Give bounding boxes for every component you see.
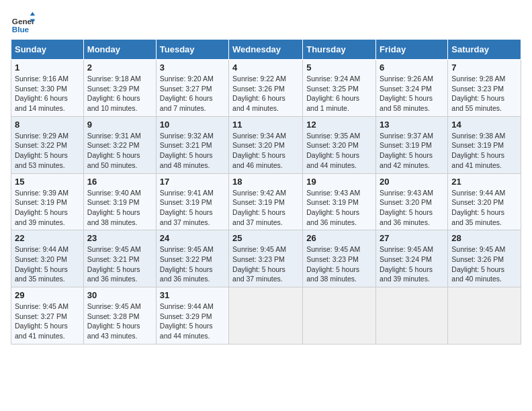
cell-info: Sunrise: 9:45 AMSunset: 3:28 PMDaylight:… (87, 302, 141, 340)
cell-info: Sunrise: 9:40 AMSunset: 3:19 PMDaylight:… (87, 189, 141, 226)
day-number: 22 (15, 233, 80, 243)
cell-info: Sunrise: 9:43 AMSunset: 3:19 PMDaylight:… (306, 189, 360, 226)
cell-info: Sunrise: 9:44 AMSunset: 3:20 PMDaylight:… (451, 189, 505, 226)
calendar-cell: 8 Sunrise: 9:29 AMSunset: 3:22 PMDayligh… (11, 116, 84, 173)
cell-info: Sunrise: 9:35 AMSunset: 3:20 PMDaylight:… (306, 132, 360, 169)
calendar-cell: 25 Sunrise: 9:45 AMSunset: 3:23 PMDaylig… (229, 230, 303, 287)
day-header-wednesday: Wednesday (229, 40, 303, 60)
calendar-cell: 18 Sunrise: 9:42 AMSunset: 3:19 PMDaylig… (229, 173, 303, 230)
day-number: 12 (306, 120, 372, 130)
calendar-cell: 1 Sunrise: 9:16 AMSunset: 3:30 PMDayligh… (11, 60, 84, 117)
cell-info: Sunrise: 9:31 AMSunset: 3:22 PMDaylight:… (87, 132, 141, 169)
cell-info: Sunrise: 9:45 AMSunset: 3:27 PMDaylight:… (15, 302, 69, 340)
calendar-cell (376, 287, 448, 345)
day-number: 29 (15, 290, 80, 300)
cell-info: Sunrise: 9:45 AMSunset: 3:23 PMDaylight:… (306, 245, 360, 283)
calendar-cell: 7 Sunrise: 9:28 AMSunset: 3:23 PMDayligh… (448, 60, 521, 117)
svg-marker-2 (30, 12, 35, 15)
calendar-cell: 15 Sunrise: 9:39 AMSunset: 3:19 PMDaylig… (11, 173, 84, 230)
cell-info: Sunrise: 9:43 AMSunset: 3:20 PMDaylight:… (380, 189, 433, 226)
day-number: 7 (451, 62, 517, 73)
cell-info: Sunrise: 9:45 AMSunset: 3:21 PMDaylight:… (87, 245, 141, 283)
cell-info: Sunrise: 9:45 AMSunset: 3:26 PMDaylight:… (451, 245, 505, 283)
day-number: 24 (160, 233, 225, 243)
cell-info: Sunrise: 9:18 AMSunset: 3:29 PMDaylight:… (87, 75, 141, 112)
cell-info: Sunrise: 9:28 AMSunset: 3:23 PMDaylight:… (451, 75, 505, 112)
cell-info: Sunrise: 9:41 AMSunset: 3:19 PMDaylight:… (160, 189, 214, 226)
calendar-cell: 24 Sunrise: 9:45 AMSunset: 3:22 PMDaylig… (156, 230, 228, 287)
calendar-cell: 21 Sunrise: 9:44 AMSunset: 3:20 PMDaylig… (448, 173, 521, 230)
calendar-cell (229, 287, 303, 345)
calendar-cell: 22 Sunrise: 9:44 AMSunset: 3:20 PMDaylig… (11, 230, 84, 287)
calendar-cell: 11 Sunrise: 9:34 AMSunset: 3:20 PMDaylig… (229, 116, 303, 173)
calendar-header-row: SundayMondayTuesdayWednesdayThursdayFrid… (11, 40, 521, 60)
day-number: 21 (451, 177, 517, 187)
cell-info: Sunrise: 9:45 AMSunset: 3:24 PMDaylight:… (380, 245, 433, 283)
day-number: 16 (87, 177, 152, 187)
day-header-sunday: Sunday (11, 40, 84, 60)
calendar-cell: 29 Sunrise: 9:45 AMSunset: 3:27 PMDaylig… (11, 287, 84, 345)
calendar-cell: 23 Sunrise: 9:45 AMSunset: 3:21 PMDaylig… (83, 230, 156, 287)
day-number: 20 (380, 177, 444, 187)
calendar-cell: 16 Sunrise: 9:40 AMSunset: 3:19 PMDaylig… (83, 173, 156, 230)
calendar-table: SundayMondayTuesdayWednesdayThursdayFrid… (11, 39, 521, 345)
day-number: 11 (232, 120, 299, 130)
page-header: General Blue (11, 11, 521, 35)
calendar-cell: 3 Sunrise: 9:20 AMSunset: 3:27 PMDayligh… (156, 60, 228, 117)
day-number: 30 (87, 290, 152, 300)
cell-info: Sunrise: 9:45 AMSunset: 3:23 PMDaylight:… (232, 245, 286, 283)
calendar-cell: 5 Sunrise: 9:24 AMSunset: 3:25 PMDayligh… (303, 60, 376, 117)
calendar-week-1: 1 Sunrise: 9:16 AMSunset: 3:30 PMDayligh… (11, 60, 521, 117)
cell-info: Sunrise: 9:45 AMSunset: 3:22 PMDaylight:… (160, 245, 214, 283)
day-number: 14 (451, 120, 517, 130)
day-header-tuesday: Tuesday (156, 40, 228, 60)
cell-info: Sunrise: 9:38 AMSunset: 3:19 PMDaylight:… (451, 132, 505, 169)
calendar-cell: 9 Sunrise: 9:31 AMSunset: 3:22 PMDayligh… (83, 116, 156, 173)
cell-info: Sunrise: 9:16 AMSunset: 3:30 PMDaylight:… (15, 75, 69, 112)
calendar-week-3: 15 Sunrise: 9:39 AMSunset: 3:19 PMDaylig… (11, 173, 521, 230)
calendar-cell: 27 Sunrise: 9:45 AMSunset: 3:24 PMDaylig… (376, 230, 448, 287)
cell-info: Sunrise: 9:22 AMSunset: 3:26 PMDaylight:… (232, 75, 286, 112)
day-number: 5 (306, 62, 372, 73)
day-number: 15 (15, 177, 80, 187)
day-number: 13 (380, 120, 444, 130)
logo: General Blue (11, 11, 38, 35)
svg-text:Blue: Blue (12, 25, 30, 34)
day-number: 26 (306, 233, 372, 243)
day-number: 9 (87, 120, 152, 130)
day-header-friday: Friday (376, 40, 448, 60)
calendar-cell: 6 Sunrise: 9:26 AMSunset: 3:24 PMDayligh… (376, 60, 448, 117)
cell-info: Sunrise: 9:29 AMSunset: 3:22 PMDaylight:… (15, 132, 69, 169)
day-header-monday: Monday (83, 40, 156, 60)
cell-info: Sunrise: 9:37 AMSunset: 3:19 PMDaylight:… (380, 132, 433, 169)
calendar-cell (448, 287, 521, 345)
day-number: 25 (232, 233, 299, 243)
calendar-cell: 20 Sunrise: 9:43 AMSunset: 3:20 PMDaylig… (376, 173, 448, 230)
calendar-cell: 31 Sunrise: 9:44 AMSunset: 3:29 PMDaylig… (156, 287, 228, 345)
calendar-cell: 12 Sunrise: 9:35 AMSunset: 3:20 PMDaylig… (303, 116, 376, 173)
day-number: 6 (380, 62, 444, 73)
cell-info: Sunrise: 9:42 AMSunset: 3:19 PMDaylight:… (232, 189, 286, 226)
cell-info: Sunrise: 9:26 AMSunset: 3:24 PMDaylight:… (380, 75, 433, 112)
day-number: 19 (306, 177, 372, 187)
day-number: 31 (160, 290, 225, 300)
calendar-cell: 26 Sunrise: 9:45 AMSunset: 3:23 PMDaylig… (303, 230, 376, 287)
day-number: 8 (15, 120, 80, 130)
day-number: 28 (451, 233, 517, 243)
day-number: 2 (87, 62, 152, 73)
calendar-cell (303, 287, 376, 345)
day-number: 10 (160, 120, 225, 130)
day-number: 1 (15, 62, 80, 73)
day-header-thursday: Thursday (303, 40, 376, 60)
calendar-cell: 13 Sunrise: 9:37 AMSunset: 3:19 PMDaylig… (376, 116, 448, 173)
day-number: 23 (87, 233, 152, 243)
calendar-cell: 28 Sunrise: 9:45 AMSunset: 3:26 PMDaylig… (448, 230, 521, 287)
cell-info: Sunrise: 9:24 AMSunset: 3:25 PMDaylight:… (306, 75, 360, 112)
cell-info: Sunrise: 9:44 AMSunset: 3:20 PMDaylight:… (15, 245, 69, 283)
day-number: 4 (232, 62, 299, 73)
calendar-cell: 17 Sunrise: 9:41 AMSunset: 3:19 PMDaylig… (156, 173, 228, 230)
calendar-week-2: 8 Sunrise: 9:29 AMSunset: 3:22 PMDayligh… (11, 116, 521, 173)
calendar-cell: 19 Sunrise: 9:43 AMSunset: 3:19 PMDaylig… (303, 173, 376, 230)
cell-info: Sunrise: 9:20 AMSunset: 3:27 PMDaylight:… (160, 75, 214, 112)
calendar-cell: 2 Sunrise: 9:18 AMSunset: 3:29 PMDayligh… (83, 60, 156, 117)
